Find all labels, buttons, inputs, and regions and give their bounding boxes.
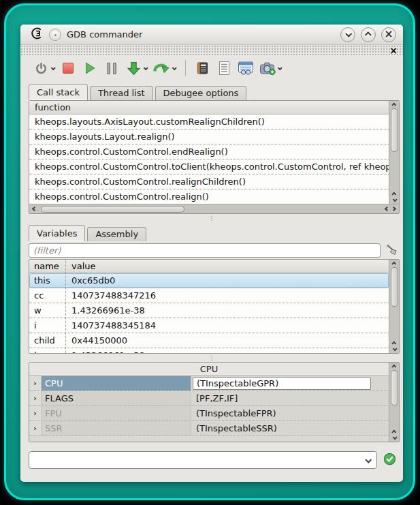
debug-toolbar xyxy=(20,55,403,81)
close-icon: × xyxy=(385,29,393,40)
variable-row[interactable]: h 1.43266961e-38 xyxy=(29,348,389,353)
broom-icon xyxy=(385,244,399,256)
expressions-button[interactable] xyxy=(216,59,232,78)
variable-row[interactable]: cc 140737488347216 xyxy=(29,288,389,303)
cpu-register-list: CPU › CPU (TInspectableGPR) › FLAGS [PF,… xyxy=(29,363,389,442)
variables-header: name value xyxy=(29,260,389,273)
call-stack-row[interactable]: kheops.control.CustomControl.realignChil… xyxy=(29,174,389,189)
scroll-up-icon[interactable] xyxy=(391,192,396,197)
variable-name: w xyxy=(29,303,66,318)
expand-chevron-icon[interactable]: › xyxy=(29,376,42,391)
run-button[interactable] xyxy=(82,59,98,78)
chevron-down-icon xyxy=(51,65,56,70)
name-column-header[interactable]: name xyxy=(29,260,66,273)
register-group-name: SSR xyxy=(42,421,191,435)
variables-vertical-scrollbar[interactable] xyxy=(389,260,399,353)
scroll-up-icon[interactable] xyxy=(391,365,396,369)
step-into-icon xyxy=(126,61,142,76)
command-bar xyxy=(20,448,403,475)
call-stack-list: function kheops.layouts.AxisLayout.custo… xyxy=(29,101,389,204)
register-group-value[interactable]: (TInspectableFPR) xyxy=(191,406,389,420)
gdb-command-input[interactable] xyxy=(35,455,366,465)
tab[interactable]: Debugee options xyxy=(155,86,247,100)
variables-list: name value this 0xc65db0 cc 140737488347… xyxy=(29,260,389,353)
scrollbar-thumb[interactable] xyxy=(391,267,398,307)
tab[interactable]: Assembly xyxy=(87,227,146,241)
register-group-value[interactable]: (TInspectableGPR) xyxy=(191,376,389,391)
splitter-handle[interactable]: ⋮ xyxy=(20,354,403,362)
cpu-vertical-scrollbar[interactable] xyxy=(389,363,399,442)
scroll-down-icon[interactable] xyxy=(392,435,397,440)
step-into-dropdown[interactable] xyxy=(142,67,149,70)
chevron-down-icon[interactable] xyxy=(365,456,372,463)
function-column-header[interactable]: function xyxy=(29,101,389,114)
cpu-inspector-button[interactable] xyxy=(194,59,210,78)
debugee-output-button[interactable] xyxy=(238,59,254,78)
cpu-panel-title: CPU xyxy=(29,363,389,376)
call-stack-vertical-scrollbar[interactable] xyxy=(389,101,399,204)
maximize-button[interactable] xyxy=(361,27,376,42)
scroll-up-icon[interactable] xyxy=(391,341,396,346)
tab[interactable]: Thread list xyxy=(90,86,153,100)
register-group-row[interactable]: › FLAGS [PF,ZF,IF] xyxy=(29,391,389,406)
scroll-up-icon[interactable] xyxy=(391,103,396,108)
close-button[interactable]: × xyxy=(381,27,396,42)
power-button[interactable] xyxy=(33,59,49,78)
variable-row[interactable]: child 0x44150000 xyxy=(29,333,389,348)
register-group-value[interactable]: [PF,ZF,IF] xyxy=(191,391,389,405)
step-into-button[interactable] xyxy=(125,59,142,78)
register-group-value[interactable]: (TInspectableSSR) xyxy=(191,421,389,435)
pause-button[interactable] xyxy=(103,59,120,78)
scrollbar-thumb[interactable] xyxy=(41,206,184,213)
splitter-handle[interactable]: ⋮ xyxy=(20,214,403,222)
scrollbar-thumb[interactable] xyxy=(391,370,398,405)
call-stack-row[interactable]: kheops.layouts.AxisLayout.customRealignC… xyxy=(29,114,389,129)
scrollbar-thumb[interactable] xyxy=(391,108,398,152)
call-stack-row[interactable]: kheops.control.CustomControl.toClient(kh… xyxy=(29,159,389,174)
clear-filter-button[interactable] xyxy=(385,243,400,258)
window-menu-button[interactable] xyxy=(49,29,61,41)
register-group-row[interactable]: › SSR (TInspectableSSR) xyxy=(29,421,389,436)
titlebar[interactable]: GDB commander × xyxy=(20,25,403,45)
snapshot-button[interactable] xyxy=(259,59,276,78)
tab[interactable]: Variables xyxy=(29,225,85,241)
step-over-dropdown[interactable] xyxy=(170,67,178,70)
scroll-up-icon[interactable] xyxy=(391,430,396,435)
gdb-commander-window: GDB commander × × xyxy=(20,25,403,482)
stop-button[interactable] xyxy=(60,59,76,78)
scroll-left-icon[interactable] xyxy=(32,206,37,211)
variable-row[interactable]: i 140737488345184 xyxy=(29,318,389,333)
output-window-icon xyxy=(238,61,254,76)
scroll-right-icon[interactable] xyxy=(391,206,396,211)
register-group-row[interactable]: › FPU (TInspectableFPR) xyxy=(29,406,389,421)
power-dropdown[interactable] xyxy=(49,67,56,70)
minimize-button[interactable] xyxy=(340,27,355,42)
call-stack-row[interactable]: kheops.control.CustomControl.realign() xyxy=(29,189,389,204)
variable-row[interactable]: w 1.43266961e-38 xyxy=(29,303,389,318)
call-stack-row[interactable]: kheops.control.CustomControl.endRealign(… xyxy=(29,144,389,159)
call-stack-horizontal-scrollbar[interactable] xyxy=(29,204,399,213)
dock-titlebar[interactable]: × xyxy=(20,45,403,55)
expand-chevron-icon[interactable]: › xyxy=(29,421,42,435)
filter-input[interactable] xyxy=(29,243,381,258)
chevron-down-icon xyxy=(144,65,148,70)
chevron-down-icon xyxy=(278,65,282,70)
toolbar-separator xyxy=(185,60,186,76)
scroll-down-icon[interactable] xyxy=(392,197,397,202)
expand-chevron-icon[interactable]: › xyxy=(29,406,42,420)
send-command-button[interactable] xyxy=(383,453,396,468)
dock-close-icon[interactable]: × xyxy=(389,46,398,55)
gdb-command-combobox[interactable] xyxy=(29,451,377,469)
register-group-row[interactable]: › CPU (TInspectableGPR) xyxy=(29,376,389,391)
tab[interactable]: Call stack xyxy=(29,84,88,100)
variable-row[interactable]: this 0xc65db0 xyxy=(29,273,389,288)
chevron-down-icon xyxy=(172,65,177,70)
snapshot-dropdown[interactable] xyxy=(276,67,283,70)
value-column-header[interactable]: value xyxy=(66,260,96,273)
call-stack-row[interactable]: kheops.layouts.Layout.realign() xyxy=(29,129,389,144)
step-over-button[interactable] xyxy=(152,59,170,78)
expand-chevron-icon[interactable]: › xyxy=(29,391,42,405)
scroll-up-icon[interactable] xyxy=(391,262,396,266)
scroll-left-icon[interactable] xyxy=(385,206,389,211)
scroll-down-icon[interactable] xyxy=(392,346,397,351)
